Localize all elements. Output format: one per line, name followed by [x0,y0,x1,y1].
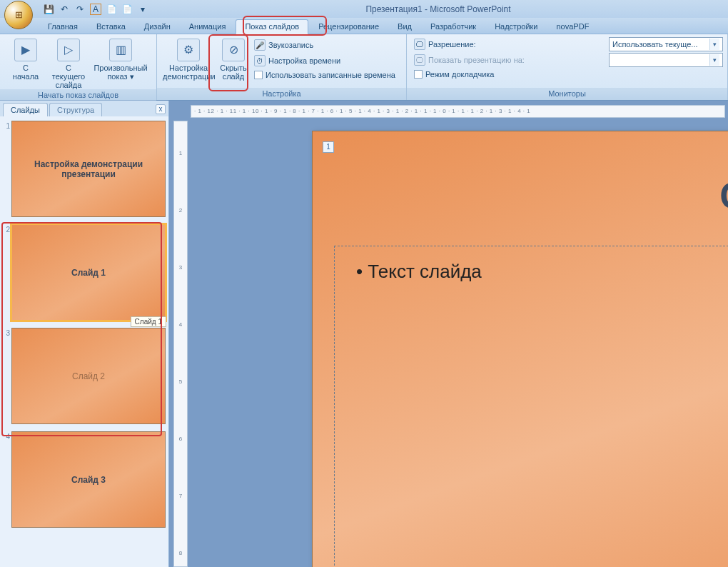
panel-tabs: Слайды Структура x [0,101,168,116]
resolution-combo[interactable]: Использовать текуще...▾ [609,37,723,51]
from-beginning-button[interactable]: ▶С начала [4,36,47,81]
slide-number: 1 [1,121,11,217]
slide-page-marker: 1 [323,141,334,153]
rehearse-timings-button[interactable]: ⏱Настройка времени [251,54,398,68]
quick-access-toolbar: 💾 ↶ ↷ A 📄 📄 ▾ [43,4,148,15]
slide-number: 3 [1,328,11,424]
thumbnail-row[interactable]: 3 Слайд 2 [1,328,166,424]
title-bar: ⊞ 💾 ↶ ↷ A 📄 📄 ▾ Презентация1 - Microsoft… [0,0,728,18]
group-label-start: Начать показ слайдов [0,89,156,101]
panel-tab-outline[interactable]: Структура [49,103,102,116]
play-current-icon: ▷ [57,39,80,61]
thumbnail-row[interactable]: 2 Слайд 1Слайд 1 [1,224,166,321]
tab-animation[interactable]: Анимация [181,20,235,34]
slide-canvas[interactable]: 1 Слайд 2 • Текст слайда ▦ 📊 ➤ 🖼 👤 🎞 [312,131,728,567]
group-label-setup: Настройка [157,88,406,100]
tab-slideshow[interactable]: Показ слайдов [236,19,308,34]
thumbnail-row[interactable]: 4 Слайд 3 [1,431,166,528]
tab-insert[interactable]: Вставка [88,20,134,34]
slide-number: 2 [1,224,11,321]
tab-novapdf[interactable]: novaPDF [548,20,598,34]
thumbnail[interactable]: Слайд 1Слайд 1 [11,224,166,321]
font-icon[interactable]: A [90,4,101,15]
slide-title-placeholder[interactable]: Слайд 2 [334,174,728,217]
panel-close-button[interactable]: x [156,104,166,114]
thumbnail[interactable]: Слайд 2 [11,328,166,424]
group-label-monitors: Мониторы [407,88,727,100]
group-start-show: ▶С начала ▷С текущего слайда ▥Произвольн… [0,34,157,100]
thumbnail-list: 1 Настройка демонстрации презентации 2 С… [0,116,168,567]
undo-icon[interactable]: ↶ [59,4,70,15]
workspace: Слайды Структура x 1 Настройка демонстра… [0,101,728,567]
slide-number: 4 [1,431,11,528]
vertical-ruler[interactable]: 1 2 3 4 5 6 7 8 [173,121,188,567]
monitor2-icon: 🖵 [414,54,425,66]
tab-addins[interactable]: Надстройки [486,20,546,34]
setup-icon: ⚙ [177,39,200,61]
mic-icon: 🎤 [254,39,266,51]
slide-bullet-text[interactable]: • Текст слайда [356,261,728,283]
monitor-icon: 🖵 [414,39,425,50]
setup-show-button[interactable]: ⚙Настройка демонстрации [161,36,216,81]
tab-home[interactable]: Главная [39,20,86,34]
ribbon-tabs: Главная Вставка Дизайн Анимация Показ сл… [0,18,728,34]
show-on-combo[interactable]: ▾ [609,53,723,67]
clock-icon: ⏱ [254,55,266,66]
redo-icon[interactable]: ↷ [74,4,86,15]
thumbnail[interactable]: Настройка демонстрации презентации [11,121,166,217]
resolution-label: 🖵Разрешение: [411,37,605,51]
office-button[interactable]: ⊞ [4,1,33,29]
window-title: Презентация1 - Microsoft PowerPoint [148,4,728,14]
play-icon: ▶ [14,39,37,61]
record-audio-button[interactable]: 🎤Звукозапись [251,38,398,52]
qat-extra1-icon[interactable]: 📄 [106,4,117,15]
slides-panel: Слайды Структура x 1 Настройка демонстра… [0,101,169,567]
thumbnail-tooltip: Слайд 1 [131,316,166,327]
tab-review[interactable]: Рецензирование [310,20,388,34]
ribbon: ▶С начала ▷С текущего слайда ▥Произвольн… [0,34,728,101]
hide-slide-icon: ⊘ [222,39,245,61]
tab-developer[interactable]: Разработчик [422,20,485,34]
save-icon[interactable]: 💾 [43,4,54,15]
slide-editor: · 1 · 12 · 1 · 11 · 1 · 10 · 1 · 9 · 1 ·… [169,101,728,567]
panel-tab-slides[interactable]: Слайды [3,103,48,116]
hide-slide-button[interactable]: ⊘Скрыть слайд [216,36,251,81]
group-monitors: 🖵Разрешение: Использовать текуще...▾ 🖵По… [407,34,728,100]
tab-design[interactable]: Дизайн [136,20,179,34]
slide-body-placeholder[interactable]: • Текст слайда ▦ 📊 ➤ 🖼 👤 🎞 [334,246,728,567]
checkbox-icon [414,70,423,79]
custom-show-icon: ▥ [109,39,132,61]
from-current-button[interactable]: ▷С текущего слайда [47,36,90,89]
thumbnail[interactable]: Слайд 3 [11,431,166,528]
qat-dropdown-icon[interactable]: ▾ [137,4,148,15]
chevron-down-icon: ▾ [709,39,719,50]
tab-view[interactable]: Вид [389,20,420,34]
chevron-down-icon: ▾ [709,54,719,66]
checkbox-icon [254,71,263,79]
presenter-view-checkbox[interactable]: Режим докладчика [411,69,723,80]
thumbnail-row[interactable]: 1 Настройка демонстрации презентации [1,121,166,217]
custom-show-button[interactable]: ▥Произвольный показ ▾ [90,36,151,81]
qat-extra2-icon[interactable]: 📄 [121,4,133,15]
show-on-label: 🖵Показать презентацию на: [411,53,605,67]
use-timings-checkbox[interactable]: Использовать записанные времена [251,69,398,81]
horizontal-ruler[interactable]: · 1 · 12 · 1 · 11 · 1 · 10 · 1 · 9 · 1 ·… [191,105,725,118]
group-setup: ⚙Настройка демонстрации ⊘Скрыть слайд 🎤З… [157,34,407,100]
